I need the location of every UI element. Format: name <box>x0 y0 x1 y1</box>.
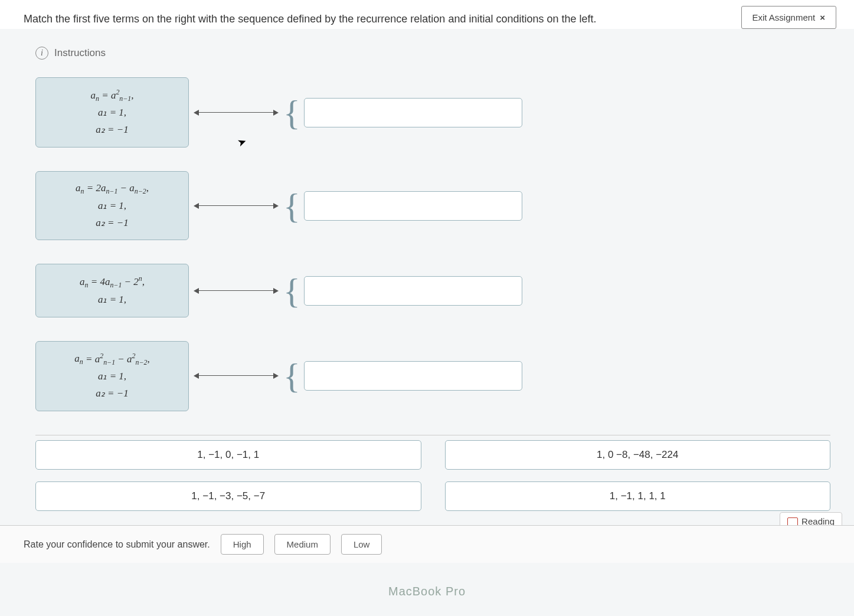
recurrence-line: a₁ = 1, <box>42 368 182 385</box>
answer-chip-4[interactable]: 1, −1, 1, 1, 1 <box>445 481 831 511</box>
connector-line <box>195 375 277 376</box>
book-icon <box>787 517 798 526</box>
exit-label: Exit Assignment <box>752 12 816 22</box>
recurrence-line: a₁ = 1, <box>42 198 182 215</box>
info-icon: i <box>35 47 48 60</box>
confidence-medium-button[interactable]: Medium <box>274 534 331 555</box>
recurrence-line: an = a2n−1 − a2n−2, <box>42 350 182 368</box>
brace-icon: { <box>283 104 300 122</box>
recurrence-box-1[interactable]: an = a2n−1, a₁ = 1, a₂ = −1 <box>35 77 189 148</box>
close-icon: × <box>820 12 825 22</box>
confidence-prompt: Rate your confidence to submit your answ… <box>24 539 210 550</box>
confidence-high-button[interactable]: High <box>221 534 264 555</box>
recurrence-box-4[interactable]: an = a2n−1 − a2n−2, a₁ = 1, a₂ = −1 <box>35 341 189 411</box>
connector-line <box>195 290 277 291</box>
connector-line <box>195 112 277 113</box>
drop-target-1[interactable] <box>304 98 522 127</box>
confidence-bar: Rate your confidence to submit your answ… <box>0 525 854 563</box>
match-row-1: an = a2n−1, a₁ = 1, a₂ = −1 { <box>35 77 830 148</box>
answer-chip-1[interactable]: 1, −1, 0, −1, 1 <box>35 440 421 470</box>
recurrence-line: an = 4an−1 − 2n, <box>42 273 182 291</box>
connector-line <box>195 205 277 207</box>
recurrence-line: an = 2an−1 − an−2, <box>42 180 182 198</box>
recurrence-line: a₁ = 1, <box>42 291 182 309</box>
recurrence-line: a₂ = −1 <box>42 122 182 139</box>
macbook-label: MacBook Pro <box>388 585 466 598</box>
match-row-2: an = 2an−1 − an−2, a₁ = 1, a₂ = −1 { <box>35 171 830 240</box>
match-area: an = a2n−1, a₁ = 1, a₂ = −1 { an = 2an−1… <box>35 77 830 411</box>
brace-icon: { <box>283 282 300 300</box>
answer-bank: 1, −1, 0, −1, 1 1, 0 −8, −48, −224 1, −1… <box>35 435 830 511</box>
question-text: Match the first five terms on the right … <box>24 6 597 25</box>
instructions-row[interactable]: i Instructions <box>35 47 830 60</box>
recurrence-box-3[interactable]: an = 4an−1 − 2n, a₁ = 1, <box>35 264 189 317</box>
exit-assignment-button[interactable]: Exit Assignment × <box>741 6 836 29</box>
instructions-label: Instructions <box>54 47 106 59</box>
drop-target-3[interactable] <box>304 276 522 306</box>
brace-icon: { <box>283 197 300 215</box>
answer-chip-3[interactable]: 1, −1, −3, −5, −7 <box>35 481 421 511</box>
drop-target-4[interactable] <box>304 361 522 391</box>
match-row-3: an = 4an−1 − 2n, a₁ = 1, { <box>35 264 830 317</box>
recurrence-line: a₂ = −1 <box>42 385 182 402</box>
recurrence-line: a₂ = −1 <box>42 215 182 232</box>
top-bar: Match the first five terms on the right … <box>0 0 854 29</box>
recurrence-box-2[interactable]: an = 2an−1 − an−2, a₁ = 1, a₂ = −1 <box>35 171 189 240</box>
answer-chip-2[interactable]: 1, 0 −8, −48, −224 <box>445 440 831 470</box>
content-area: i Instructions an = a2n−1, a₁ = 1, a₂ = … <box>0 47 854 511</box>
match-row-4: an = a2n−1 − a2n−2, a₁ = 1, a₂ = −1 { <box>35 341 830 411</box>
brace-icon: { <box>283 367 300 385</box>
drop-target-2[interactable] <box>304 191 522 221</box>
recurrence-line: an = a2n−1, <box>42 86 182 104</box>
confidence-low-button[interactable]: Low <box>341 534 382 555</box>
recurrence-line: a₁ = 1, <box>42 104 182 122</box>
